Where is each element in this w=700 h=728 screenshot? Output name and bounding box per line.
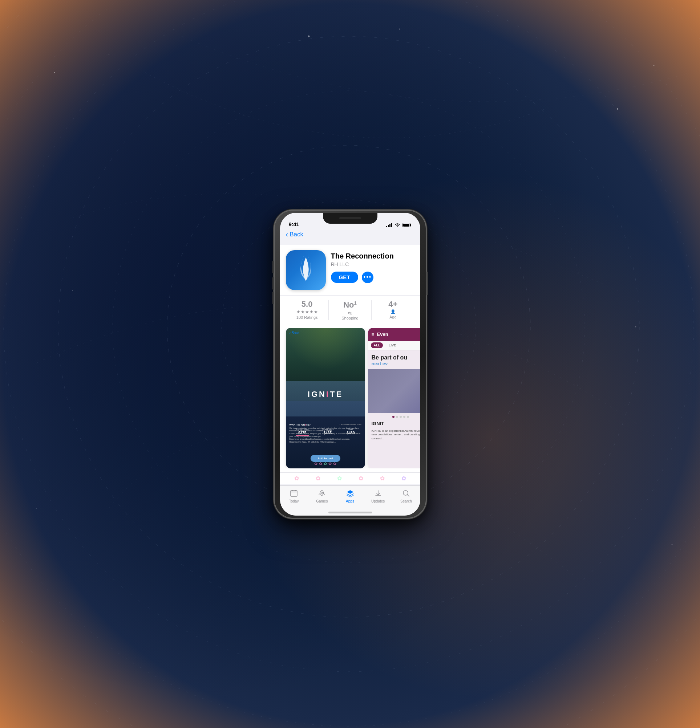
app-developer: RH LLC bbox=[331, 261, 415, 267]
app-name: The Reconnection bbox=[331, 251, 415, 260]
app-info-section: The Reconnection RH LLC GET ••• bbox=[280, 245, 420, 295]
svg-point-24 bbox=[321, 492, 323, 493]
today-icon bbox=[289, 489, 299, 498]
rank-icon-row: 🛍 bbox=[348, 311, 352, 315]
ss2-ignite-desc: IGNITE is an experiential Alumni reveali… bbox=[368, 429, 420, 441]
flower-icon-4: ✿ bbox=[328, 461, 332, 466]
ss1-ignite-title: IGNITE bbox=[308, 390, 343, 399]
svg-point-16 bbox=[308, 36, 310, 38]
flower-deco-6: ✿ bbox=[401, 475, 406, 482]
flowers-decoration-row: ✿ ✿ ✿ ✿ ✿ ✿ bbox=[280, 472, 420, 484]
star-3: ★ bbox=[305, 309, 309, 315]
screenshots-scroll[interactable]: ‹ Back IGNITE Early-B bbox=[280, 328, 420, 468]
rank-display: No1 bbox=[343, 300, 357, 310]
svg-rect-23 bbox=[295, 490, 296, 491]
screenshots-section[interactable]: ‹ Back IGNITE Early-B bbox=[280, 324, 420, 472]
signal-bar-1 bbox=[386, 226, 387, 227]
flower-deco-2: ✿ bbox=[316, 475, 320, 482]
stars-row: ★ ★ ★ ★ ★ bbox=[296, 309, 318, 315]
nav-item-updates[interactable]: Updates bbox=[364, 489, 392, 503]
ratings-section: 5.0 ★ ★ ★ ★ ★ 100 Ratings No1 bbox=[280, 296, 420, 324]
app-details: The Reconnection RH LLC GET ••• bbox=[331, 250, 415, 283]
nav-label-today: Today bbox=[289, 499, 299, 503]
ss1-background: ‹ Back IGNITE Early-B bbox=[286, 328, 365, 468]
svg-point-17 bbox=[399, 29, 400, 30]
screenshot-2: ≡ Even ALL LIVE Be part of ou bbox=[368, 328, 420, 468]
rating-score-block: 5.0 ★ ★ ★ ★ ★ 100 Ratings bbox=[286, 300, 328, 320]
dot-2 bbox=[396, 416, 398, 418]
app-icon bbox=[286, 250, 326, 290]
flower-icon-3: ✿ bbox=[324, 461, 327, 466]
status-icons bbox=[386, 223, 412, 227]
dot-1 bbox=[392, 416, 395, 418]
svg-point-15 bbox=[672, 544, 673, 545]
star-4: ★ bbox=[310, 309, 314, 315]
get-button[interactable]: GET bbox=[331, 272, 358, 283]
phone-body: 9:41 bbox=[274, 210, 427, 519]
nav-item-games[interactable]: Games bbox=[308, 489, 336, 503]
nav-item-today[interactable]: Today bbox=[280, 489, 308, 503]
star-1: ★ bbox=[296, 309, 301, 315]
shopping-icon: 🛍 bbox=[348, 311, 352, 315]
svg-rect-22 bbox=[292, 490, 293, 491]
nav-label-search: Search bbox=[400, 499, 412, 503]
svg-point-14 bbox=[36, 508, 37, 509]
magnifier-icon bbox=[402, 490, 410, 497]
search-icon bbox=[401, 489, 411, 498]
scroll-area[interactable]: ‹ Back The Reconnect bbox=[280, 229, 420, 485]
dot-4 bbox=[403, 416, 405, 418]
ss1-bottom-icons: ✿ ✿ ✿ ✿ ✿ bbox=[286, 461, 365, 466]
ss2-be-part: Be part of ou bbox=[368, 350, 420, 361]
ss2-header: ≡ Even bbox=[368, 328, 420, 341]
rank-superscript: 1 bbox=[354, 300, 357, 306]
svg-point-9 bbox=[108, 54, 109, 55]
person-icon: 👤 bbox=[390, 309, 396, 314]
nav-item-search[interactable]: Search bbox=[392, 489, 420, 503]
phone-screen: 9:41 bbox=[280, 213, 420, 516]
nav-item-apps[interactable]: Apps bbox=[336, 489, 364, 503]
updates-icon bbox=[373, 489, 383, 498]
app-store-header: ‹ Back bbox=[280, 229, 420, 245]
star-2: ★ bbox=[301, 309, 305, 315]
signal-icon bbox=[386, 223, 392, 227]
ss2-next-event: next ev bbox=[368, 361, 420, 366]
nav-label-games: Games bbox=[316, 499, 328, 503]
more-options-button[interactable]: ••• bbox=[362, 272, 373, 283]
age-value: 4+ bbox=[388, 300, 398, 308]
svg-point-13 bbox=[635, 326, 636, 328]
flower-icon-1: ✿ bbox=[314, 461, 317, 466]
back-chevron-icon: ‹ bbox=[286, 230, 288, 238]
ss1-back-label: Back bbox=[291, 331, 299, 335]
nav-label-apps: Apps bbox=[346, 499, 354, 503]
flower-deco-3: ✿ bbox=[337, 475, 342, 482]
ss2-tab-all[interactable]: ALL bbox=[371, 342, 383, 348]
games-icon bbox=[317, 489, 327, 498]
speaker bbox=[339, 217, 361, 219]
battery-icon bbox=[402, 223, 412, 227]
download-icon bbox=[374, 490, 382, 497]
ss2-tab-live[interactable]: LIVE bbox=[386, 342, 399, 348]
dot-3 bbox=[399, 416, 402, 418]
status-time: 9:41 bbox=[289, 221, 299, 227]
phone-device: 9:41 bbox=[274, 210, 427, 519]
ss2-content: Be part of ou next ev bbox=[368, 350, 420, 468]
flower-icon-2: ✿ bbox=[319, 461, 322, 466]
ranking-block: No1 🛍 Shopping bbox=[328, 300, 371, 320]
dot-5 bbox=[407, 416, 409, 418]
rating-score: 5.0 bbox=[301, 300, 313, 308]
back-label: Back bbox=[289, 231, 303, 238]
rank-category: Shopping bbox=[341, 316, 359, 320]
bottom-nav: Today Games bbox=[280, 485, 420, 516]
rating-count: 100 Ratings bbox=[296, 315, 318, 319]
svg-rect-19 bbox=[403, 224, 409, 227]
ss2-tabs: ALL LIVE bbox=[368, 341, 420, 350]
add-to-cart-button[interactable]: Add to cart bbox=[310, 455, 340, 462]
nav-label-updates: Updates bbox=[371, 499, 385, 503]
ss1-back-chevron: ‹ bbox=[289, 331, 291, 335]
back-button[interactable]: ‹ Back bbox=[286, 231, 415, 238]
ss2-ignite-label: IGNIT bbox=[368, 418, 420, 429]
signal-bar-2 bbox=[388, 225, 389, 227]
svg-rect-20 bbox=[291, 491, 297, 496]
phone-notch bbox=[323, 213, 377, 224]
rocket-icon bbox=[318, 490, 326, 497]
